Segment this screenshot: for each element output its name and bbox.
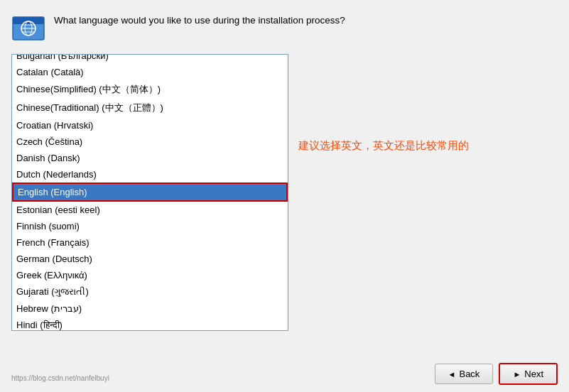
- watermark-text: https://blog.csdn.net/nanfeibuyi: [11, 374, 109, 382]
- list-item[interactable]: Finnish (suomi): [12, 218, 288, 234]
- header: What language would you like to use duri…: [0, 0, 569, 54]
- content-area: Bulgarian (Български)Catalan (Català)Chi…: [0, 54, 569, 356]
- language-list-container: Bulgarian (Български)Catalan (Català)Chi…: [11, 54, 288, 331]
- list-item[interactable]: Hebrew (עברית): [12, 300, 288, 317]
- list-item[interactable]: Chinese(Simplified) (中文（简体）): [12, 80, 288, 99]
- list-item[interactable]: Bulgarian (Български): [12, 55, 288, 64]
- dialog: What language would you like to use duri…: [0, 0, 569, 392]
- annotation-text: 建议选择英文，英文还是比较常用的: [298, 139, 469, 153]
- globe-icon: [11, 11, 45, 45]
- list-item[interactable]: French (Français): [12, 234, 288, 251]
- language-list-scroll[interactable]: Bulgarian (Български)Catalan (Català)Chi…: [12, 55, 288, 330]
- list-item[interactable]: Chinese(Traditional) (中文（正體）): [12, 99, 288, 117]
- next-button[interactable]: ► Next: [499, 363, 558, 385]
- footer: https://blog.csdn.net/nanfeibuyi ◄ Back …: [0, 356, 569, 392]
- back-button[interactable]: ◄ Back: [435, 364, 494, 384]
- list-item[interactable]: Danish (Dansk): [12, 150, 288, 166]
- list-item[interactable]: Dutch (Nederlands): [12, 166, 288, 183]
- list-item[interactable]: Greek (Ελληνικά): [12, 267, 288, 283]
- next-icon: ►: [513, 370, 521, 379]
- list-item[interactable]: Estonian (eesti keel): [12, 202, 288, 218]
- back-label: Back: [459, 369, 479, 379]
- list-item[interactable]: Croatian (Hrvatski): [12, 117, 288, 134]
- svg-rect-1: [13, 17, 44, 24]
- header-title: What language would you like to use duri…: [54, 11, 345, 28]
- back-icon: ◄: [448, 370, 456, 379]
- list-item[interactable]: Catalan (Català): [12, 64, 288, 80]
- list-item[interactable]: German (Deutsch): [12, 251, 288, 267]
- list-item[interactable]: Gujarati (ગુજરાતી): [12, 283, 288, 300]
- next-label: Next: [524, 369, 543, 379]
- list-item[interactable]: English (English): [12, 183, 288, 202]
- list-item[interactable]: Hindi (हिन्दी): [12, 317, 288, 330]
- list-item[interactable]: Czech (Čeština): [12, 134, 288, 150]
